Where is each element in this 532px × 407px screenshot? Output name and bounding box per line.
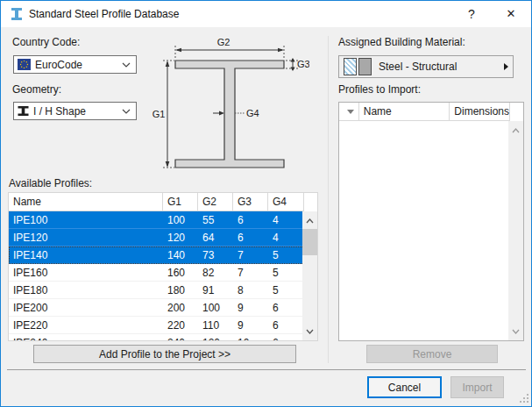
cell-g2: 91 <box>198 282 233 298</box>
import-column-name[interactable]: Name <box>359 103 450 120</box>
column-header-g2[interactable]: G2 <box>198 193 233 211</box>
close-button[interactable]: ✕ <box>496 1 526 27</box>
scroll-down-icon[interactable] <box>508 324 523 339</box>
column-header-g1[interactable]: G1 <box>163 193 198 211</box>
dim-label-g1: G1 <box>153 109 166 119</box>
dim-label-g2: G2 <box>217 37 231 47</box>
cell-g4: 6 <box>268 334 304 341</box>
dim-label-g3: G3 <box>297 59 309 69</box>
resize-grip[interactable] <box>520 394 528 403</box>
cell-g4: 6 <box>268 299 304 316</box>
scroll-up-icon[interactable] <box>302 213 317 228</box>
cell-g1: 160 <box>163 264 198 281</box>
cell-name: IPE160 <box>9 264 163 281</box>
available-profiles-label: Available Profiles: <box>9 177 92 189</box>
geometry-select[interactable]: I / H Shape <box>13 102 137 120</box>
profiles-to-import-list: Name Dimensions <box>338 102 524 341</box>
country-code-label: Country Code: <box>12 36 80 48</box>
cell-g3: 6 <box>233 211 268 228</box>
cell-g3: 7 <box>233 264 268 281</box>
geometry-value: I / H Shape <box>33 105 86 118</box>
column-header-name[interactable]: Name <box>9 193 163 211</box>
cell-g1: 140 <box>163 246 198 263</box>
cell-g4: 6 <box>268 317 304 333</box>
table-row[interactable]: IPE120 120 64 6 4 <box>9 229 304 246</box>
import-sort-icon[interactable] <box>339 103 359 120</box>
table-row[interactable]: IPE220 220 110 9 6 <box>9 317 304 334</box>
cell-g2: 110 <box>198 317 233 333</box>
cell-g3: 9 <box>233 299 268 316</box>
cell-g2: 82 <box>198 264 233 281</box>
cell-name: IPE120 <box>9 229 163 246</box>
building-material-value: Steel - Structural <box>379 61 457 73</box>
table-row[interactable]: IPE160 160 82 7 5 <box>9 264 304 282</box>
table-row[interactable]: IPE140 140 73 7 5 <box>9 246 304 264</box>
profiles-to-import-label: Profiles to Import: <box>338 83 421 96</box>
profiles-scrollbar[interactable] <box>302 211 317 340</box>
help-button[interactable]: ? <box>459 1 484 27</box>
chevron-down-icon <box>122 62 131 68</box>
cell-g1: 220 <box>163 317 198 333</box>
cell-name: IPE240 <box>9 334 163 341</box>
cell-g3: 8 <box>233 282 268 298</box>
scroll-up-icon[interactable] <box>508 123 523 138</box>
cell-g3: 6 <box>233 229 268 246</box>
cell-g1: 100 <box>163 211 198 228</box>
window-title: Standard Steel Profile Database <box>29 1 179 27</box>
geometry-label: Geometry: <box>12 83 61 96</box>
profiles-scrollbar-thumb[interactable] <box>302 229 317 255</box>
remove-button[interactable]: Remove <box>366 345 498 363</box>
cell-name: IPE180 <box>9 282 163 298</box>
cell-g3: 7 <box>233 246 268 263</box>
cell-g1: 120 <box>163 229 198 246</box>
cell-g2: 100 <box>198 299 233 316</box>
building-material-label: Assigned Building Material: <box>338 36 465 48</box>
cancel-button[interactable]: Cancel <box>367 376 442 398</box>
triangle-down-icon <box>347 110 354 114</box>
chevron-down-icon <box>122 109 131 114</box>
import-column-dimensions[interactable]: Dimensions <box>450 103 510 120</box>
available-profiles-table: Name G1 G2 G3 G4 IPE100 100 55 6 4 IPE12… <box>8 192 318 341</box>
cell-g4: 5 <box>268 246 304 263</box>
cell-g4: 5 <box>268 282 304 298</box>
cell-g2: 64 <box>198 229 233 246</box>
cell-name: IPE140 <box>9 246 163 263</box>
table-row[interactable]: IPE240 240 120 10 6 <box>9 334 304 341</box>
cell-name: IPE220 <box>9 317 163 333</box>
add-profile-button[interactable]: Add Profile to the Project >> <box>33 345 296 363</box>
app-ibeam-icon <box>10 7 24 21</box>
import-button[interactable]: Import <box>450 376 504 398</box>
cell-g4: 5 <box>268 264 304 281</box>
dim-label-g4: G4 <box>246 108 259 118</box>
cell-g3: 10 <box>233 334 268 341</box>
profiles-table-header: Name G1 G2 G3 G4 <box>9 193 304 211</box>
cell-g1: 200 <box>163 299 198 316</box>
footer-separator <box>7 369 526 370</box>
profiles-table-body: IPE100 100 55 6 4 IPE120 120 64 6 4 IPE1… <box>9 211 304 341</box>
scroll-down-icon[interactable] <box>302 324 317 339</box>
building-material-button[interactable]: Steel - Structural <box>338 55 514 78</box>
title-bar: Standard Steel Profile Database ? ✕ <box>1 1 531 27</box>
column-header-g3[interactable]: G3 <box>233 193 268 211</box>
cell-g2: 73 <box>198 246 233 263</box>
column-header-g4[interactable]: G4 <box>268 193 304 211</box>
cell-name: IPE200 <box>9 299 163 316</box>
material-fill-swatch-icon <box>358 58 372 75</box>
import-scrollbar[interactable] <box>508 121 523 340</box>
cell-g4: 4 <box>268 211 304 228</box>
cell-name: IPE100 <box>9 211 163 228</box>
table-row[interactable]: IPE180 180 91 8 5 <box>9 282 304 299</box>
dialog-standard-steel-profile-database: Standard Steel Profile Database ? ✕ Coun… <box>0 0 532 407</box>
profile-diagram: G2 G1 G3 G4 <box>152 34 309 175</box>
panel-separator <box>328 36 329 363</box>
cell-g1: 180 <box>163 282 198 298</box>
cell-g2: 55 <box>198 211 233 228</box>
table-row[interactable]: IPE100 100 55 6 4 <box>9 211 304 229</box>
flyout-arrow-icon <box>504 63 508 70</box>
country-code-value: EuroCode <box>35 59 82 71</box>
cell-g4: 4 <box>268 229 304 246</box>
ibeam-shape-icon <box>18 105 29 117</box>
cell-g1: 240 <box>163 334 198 341</box>
table-row[interactable]: IPE200 200 100 9 6 <box>9 299 304 317</box>
country-code-select[interactable]: EuroCode <box>13 55 137 74</box>
